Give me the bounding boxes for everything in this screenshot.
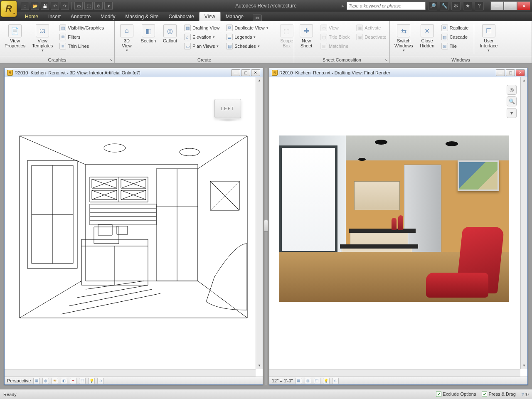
communication-icon[interactable]: ✻ — [451, 1, 461, 10]
child-minimize-button[interactable]: — — [496, 69, 505, 76]
matchline-icon: ⊟ — [320, 43, 327, 49]
qat-3dview-icon[interactable]: ⬚ — [84, 2, 93, 10]
tab-modify[interactable]: Modify — [96, 12, 120, 21]
view-titlebar[interactable]: R R2010_Kitchen_Reno.rvt - Drafting View… — [269, 68, 527, 77]
close-button[interactable]: ✕ — [517, 1, 530, 10]
user-interface-button[interactable]: ☐User Interface — [478, 23, 500, 54]
view-icon: ▭ — [320, 25, 327, 31]
duplicate-icon: ⧉ — [226, 25, 233, 31]
new-sheet-button[interactable]: ✚New Sheet — [297, 23, 316, 49]
label: Close Hidden — [420, 38, 434, 48]
visibility-icon: ▤ — [59, 25, 66, 31]
exclude-options-toggle[interactable]: ✔Exclude Options — [436, 392, 476, 397]
maximize-button[interactable]: ▢ — [504, 1, 517, 10]
tab-annotate[interactable]: Annotate — [66, 12, 96, 21]
section-button[interactable]: ◧Section — [139, 23, 158, 44]
child-close-button[interactable]: ✕ — [251, 69, 260, 76]
drafting-view-button[interactable]: ▦Drafting View — [182, 24, 222, 32]
tile-button[interactable]: ⊞Tile — [439, 42, 471, 50]
reveal-hidden-icon[interactable]: ◇ — [97, 378, 104, 384]
elevation-button[interactable]: ⌂Elevation — [182, 33, 222, 41]
cascade-button[interactable]: ▥Cascade — [439, 33, 471, 41]
infocenter-search-input[interactable] — [347, 2, 426, 10]
search-go-icon[interactable]: 🔎 — [428, 1, 437, 10]
view-scale-label[interactable]: Perspective — [7, 378, 31, 383]
horizontal-scrollbar[interactable] — [5, 369, 256, 377]
ui-icon: ☐ — [482, 24, 495, 37]
splitter[interactable] — [265, 68, 267, 385]
dialog-launcher-icon[interactable]: ↘ — [384, 58, 388, 62]
filters-button[interactable]: ⧉Filters — [57, 33, 106, 41]
tab-insert[interactable]: Insert — [43, 12, 66, 21]
tab-addins-icon[interactable]: ✉ — [253, 15, 262, 21]
visual-style-icon[interactable]: ◍ — [42, 378, 49, 384]
selection-filter-button[interactable]: ▿:0 — [522, 392, 529, 397]
view-titlebar[interactable]: R R2010_Kitchen_Reno.rvt - 3D View: Inte… — [5, 68, 263, 77]
viewport-drafting[interactable]: ◎ 🔍 ▾ — [269, 77, 527, 377]
child-maximize-button[interactable]: ▢ — [506, 69, 515, 76]
switch-windows-button[interactable]: ⇆Switch Windows — [392, 23, 415, 54]
3d-view-button[interactable]: ⌂3D View — [117, 23, 136, 54]
panel-sheet-composition: ✚New Sheet ▭View ▢Title Block ⊟Matchline… — [294, 21, 390, 63]
crop-view-icon[interactable]: ⬚ — [79, 378, 86, 384]
qat-modify-icon[interactable]: ▭ — [74, 2, 83, 10]
crop-view-icon[interactable]: ⬚ — [314, 378, 320, 384]
subscription-icon[interactable]: 🔧 — [440, 1, 449, 10]
plan-views-button[interactable]: ▭Plan Views — [182, 42, 222, 50]
qat-customize-icon[interactable]: ▾ — [104, 2, 113, 10]
sun-path-icon[interactable]: ☀ — [52, 378, 58, 384]
rendering-icon[interactable]: ✦ — [70, 378, 76, 384]
label: Plan Views — [192, 44, 215, 49]
dialog-launcher-icon[interactable]: ↘ — [109, 58, 113, 62]
view-properties-button[interactable]: 📄View Properties — [2, 23, 27, 49]
vertical-scrollbar[interactable] — [520, 77, 527, 369]
child-close-button[interactable]: ✕ — [516, 69, 525, 76]
duplicate-view-button[interactable]: ⧉Duplicate View — [224, 24, 271, 32]
qat-undo-icon[interactable]: ↶ — [51, 2, 59, 10]
reveal-hidden-icon[interactable]: ◇ — [332, 378, 339, 384]
tab-collaborate[interactable]: Collaborate — [163, 12, 199, 21]
close-hidden-button[interactable]: ✕Close Hidden — [418, 23, 437, 49]
tab-view[interactable]: View — [199, 12, 221, 21]
thin-lines-button[interactable]: ≡Thin Lines — [57, 42, 106, 50]
viewport-3d[interactable]: LEFT — [5, 77, 263, 377]
tab-home[interactable]: Home — [20, 12, 43, 21]
favorites-icon[interactable]: ★ — [463, 1, 472, 10]
steering-wheel-icon[interactable]: ◎ — [507, 85, 517, 95]
qat-save-icon[interactable]: 💾 — [41, 2, 49, 10]
qat-sync-icon[interactable]: ⟳ — [94, 2, 103, 10]
tab-manage[interactable]: Manage — [221, 12, 249, 21]
qat-redo-icon[interactable]: ↷ — [61, 2, 69, 10]
child-minimize-button[interactable]: — — [231, 69, 240, 76]
app-menu-button[interactable]: R — [0, 0, 17, 17]
view-scale-label[interactable]: 12" = 1'-0" — [272, 378, 293, 383]
qat-new-icon[interactable]: □ — [21, 2, 29, 10]
schedules-button[interactable]: ▤Schedules — [224, 42, 271, 50]
label: View Templates — [32, 38, 53, 48]
replicate-button[interactable]: ⧉Replicate — [439, 24, 471, 32]
tab-massing-site[interactable]: Massing & Site — [120, 12, 163, 21]
hide-isolate-icon[interactable]: 💡 — [88, 378, 95, 384]
callout-button[interactable]: ◎Callout — [160, 23, 180, 44]
qat-open-icon[interactable]: 📂 — [31, 2, 39, 10]
visibility-graphics-button[interactable]: ▤Visibility/Graphics — [57, 24, 106, 32]
zoom-icon[interactable]: 🔍 — [507, 96, 517, 106]
visual-style-icon[interactable]: ◍ — [305, 378, 311, 384]
nav-more-icon[interactable]: ▾ — [507, 108, 517, 118]
view-templates-button[interactable]: 🗂View Templates — [30, 23, 55, 54]
vertical-scrollbar[interactable] — [256, 77, 263, 369]
hide-isolate-icon[interactable]: 💡 — [323, 378, 330, 384]
legends-button[interactable]: ☰Legends — [224, 33, 271, 41]
infocenter-chevron-icon[interactable]: ▸ — [342, 3, 344, 9]
view-cube[interactable]: LEFT — [214, 99, 241, 118]
detail-level-icon[interactable]: ▦ — [296, 378, 302, 384]
horizontal-scrollbar[interactable] — [269, 369, 520, 377]
help-icon[interactable]: ? — [475, 1, 484, 10]
panel-graphics: 📄View Properties 🗂View Templates ▤Visibi… — [0, 21, 115, 63]
shadows-icon[interactable]: ◐ — [61, 378, 67, 384]
svg-line-3 — [20, 281, 81, 318]
press-drag-toggle[interactable]: ✔Press & Drag — [482, 392, 515, 397]
minimize-button[interactable]: — — [490, 1, 504, 10]
detail-level-icon[interactable]: ▦ — [33, 378, 40, 384]
child-maximize-button[interactable]: ▢ — [241, 69, 250, 76]
